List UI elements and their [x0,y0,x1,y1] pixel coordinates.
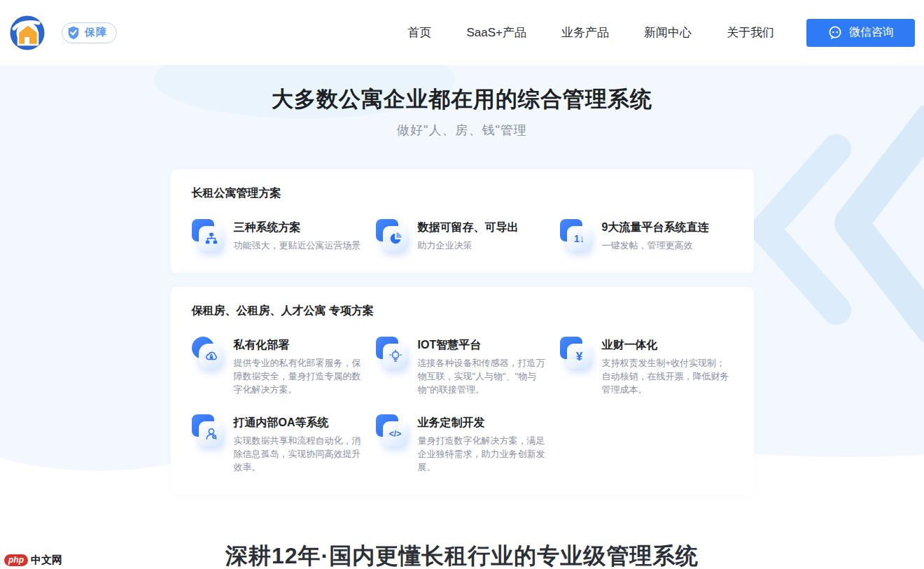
hero-subtitle: 做好"人、房、钱"管理 [0,122,924,139]
feature-desc: 连接各种设备和传感器，打造万物互联，实现"人与物"、"物与物"的联接管理。 [418,356,549,396]
php-logo-badge: php [4,554,28,566]
nav-item-home[interactable]: 首页 [407,24,431,41]
guarantee-badge-label: 保障 [85,26,107,39]
card-title: 保租房、公租房、人才公寓 专项方案 [192,304,733,318]
watermark-text: 中文网 [31,554,62,567]
code-icon: </> [376,414,408,447]
feature-title: 数据可留存、可导出 [418,219,519,234]
nav-item-news[interactable]: 新闻中心 [644,24,692,41]
php-cn-watermark: php 中文网 [4,554,62,567]
feature-title: 9大流量平台系统直连 [602,219,709,234]
cloud-lock-icon [192,337,224,369]
feature-desc: 功能强大，更贴近公寓运营场景 [234,239,361,252]
pie-chart-icon [376,219,408,251]
feature-desc: 提供专业的私有化部署服务，保障数据安全，量身打造专属的数字化解决方案。 [234,356,365,396]
main-navigation: 首页 SaaS+产品 业务产品 新闻中心 关于我们 [407,24,774,41]
feature-grid: 私有化部署 提供专业的私有化部署服务，保障数据安全，量身打造专属的数字化解决方案… [192,337,733,474]
feature-title: 业财一体化 [602,337,733,352]
nav-item-saas[interactable]: SaaS+产品 [466,24,526,41]
company-logo-icon[interactable] [10,15,45,50]
page-content: 大多数公寓企业都在用的综合管理系统 做好"人、房、钱"管理 长租公寓管理方案 [0,0,924,569]
special-solution-card: 保租房、公租房、人才公寓 专项方案 私有化部署 提供专业的私有化部署服务 [171,287,754,495]
feature-title: 三种系统方案 [234,219,361,234]
wechat-consult-label: 微信咨询 [849,25,894,40]
traffic-sync-icon: 1↓ [560,219,592,251]
feature-title: 业务定制开发 [418,414,549,430]
top-navbar: 保障 首页 SaaS+产品 业务产品 新闻中心 关于我们 微信咨询 [0,0,924,65]
experience-section-title: 深耕12年·国内更懂长租行业的专业级管理系统 [0,541,924,569]
chat-bubble-icon [827,25,843,41]
feature-iot-platform: IOT智慧平台 连接各种设备和传感器，打造万物互联，实现"人与物"、"物与物"的… [376,337,549,396]
feature-title: 私有化部署 [234,337,365,352]
feature-oa-connect: 打通内部OA等系统 实现数据共享和流程自动化，消除信息孤岛，实现协同高效提升效率… [192,414,365,474]
feature-three-systems: 三种系统方案 功能强大，更贴近公寓运营场景 [192,219,365,252]
feature-desc: 支持权责发生制+收付实现制；自动核销，在线开票，降低财务管理成本。 [602,356,733,396]
hero-title: 大多数公寓企业都在用的综合管理系统 [0,85,924,114]
bulb-icon [376,337,408,369]
feature-grid: 三种系统方案 功能强大，更贴近公寓运营场景 数据可留存、可导出 [192,219,733,252]
feature-data-export: 数据可留存、可导出 助力企业决策 [376,219,549,252]
feature-grid-spacer [560,414,733,474]
shield-check-icon [66,25,81,41]
feature-finance-integration: ¥ 业财一体化 支持权责发生制+收付实现制；自动核销，在线开票，降低财务管理成本… [560,337,733,396]
longrent-solution-card: 长租公寓管理方案 三种系统方案 功能强大， [171,169,754,273]
nav-item-products[interactable]: 业务产品 [561,24,609,41]
feature-title: 打通内部OA等系统 [234,414,365,430]
card-title: 长租公寓管理方案 [192,186,733,201]
feature-private-deploy: 私有化部署 提供专业的私有化部署服务，保障数据安全，量身打造专属的数字化解决方案… [192,337,365,396]
feature-desc: 实现数据共享和流程自动化，消除信息孤岛，实现协同高效提升效率。 [234,434,365,474]
nav-item-about[interactable]: 关于我们 [727,24,774,41]
feature-desc: 助力企业决策 [418,239,519,252]
feature-title: IOT智慧平台 [418,337,549,352]
guarantee-badge: 保障 [62,22,117,43]
feature-desc: 一键发帖，管理更高效 [602,239,709,252]
feature-platform-connect: 1↓ 9大流量平台系统直连 一键发帖，管理更高效 [560,219,733,252]
feature-custom-dev: </> 业务定制开发 量身打造数字化解决方案，满足企业独特需求，助力业务创新发展… [376,414,549,474]
org-chart-icon [192,219,224,251]
yuan-icon: ¥ [560,337,592,369]
person-sync-icon [192,414,224,447]
wechat-consult-button[interactable]: 微信咨询 [806,19,915,47]
feature-desc: 量身打造数字化解决方案，满足企业独特需求，助力业务创新发展。 [418,434,549,474]
